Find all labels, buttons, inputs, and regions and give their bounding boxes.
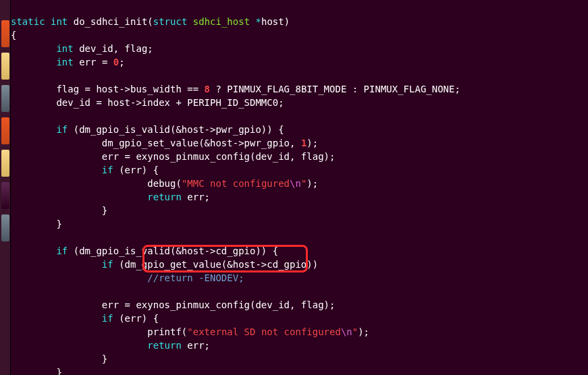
cond: (dm_gpio_is_valid(&host->pwr_gpio)) { (68, 124, 284, 135)
kw-int: int (51, 16, 68, 27)
var: dev_id (79, 43, 113, 54)
ptr: * (256, 16, 261, 27)
kw-return: return (147, 340, 182, 351)
txt: err; (182, 340, 210, 351)
kw-static: static (11, 16, 45, 27)
esc: \n (290, 178, 301, 189)
kw-if: if (102, 259, 113, 270)
num: 8 (205, 84, 210, 94)
call: dm_gpio_set_value(&host->pwr_gpio, (102, 138, 301, 148)
txt: ); (306, 138, 318, 148)
launcher-item[interactable] (1, 85, 9, 112)
txt: ); (306, 178, 318, 189)
kw-if: if (102, 165, 113, 175)
str: " (352, 326, 358, 337)
kw-int: int (56, 43, 73, 54)
kw-return: return (147, 192, 182, 202)
brace: } (102, 353, 107, 364)
str: "external SD not configured (187, 326, 341, 337)
txt: err; (182, 192, 210, 202)
brace: } (56, 367, 61, 375)
cond: (dm_gpio_is_valid(&host->cd_gpio)) { (68, 246, 278, 256)
esc: \n (341, 326, 352, 337)
eq: = (96, 57, 113, 67)
launcher-item[interactable] (1, 20, 9, 47)
txt: flag = host->bus_width == (56, 84, 204, 94)
cond: (err) { (113, 313, 159, 324)
param: host (261, 16, 284, 27)
cond: (err) { (113, 165, 159, 175)
var: err (79, 57, 96, 67)
txt: dev_id = host->index + PERIPH_ID_SDMMC0; (56, 97, 284, 108)
type: sdhci_host (193, 16, 250, 27)
txt: ); (358, 326, 369, 337)
txt: ? PINMUX_FLAG_8BIT_MODE : PINMUX_FLAG_NO… (210, 84, 460, 94)
launcher-item[interactable] (1, 214, 9, 241)
comment: //return -ENODEV; (147, 272, 244, 283)
txt: err = exynos_pinmux_config(dev_id, flag)… (102, 151, 336, 162)
kw-if: if (102, 313, 113, 324)
var: flag (125, 43, 148, 54)
cond: (dm_gpio_get_value(&host->cd_gpio)) (113, 259, 318, 270)
brace: } (102, 205, 107, 216)
launcher-item[interactable] (1, 53, 9, 80)
kw-struct: struct (153, 16, 188, 27)
kw-if: if (56, 124, 68, 135)
fn-call: debug( (147, 178, 182, 189)
kw-int: int (56, 57, 73, 67)
kw-if: if (56, 246, 68, 256)
launcher-item[interactable] (1, 117, 9, 144)
fn-call: printf( (147, 326, 187, 337)
launcher-item[interactable] (1, 182, 9, 209)
txt: err = exynos_pinmux_config(dev_id, flag)… (102, 299, 336, 310)
launcher-item[interactable] (1, 150, 9, 177)
fn-name: do_sdhci_init (74, 16, 148, 27)
brace: } (56, 219, 61, 229)
brace: { (11, 30, 16, 40)
launcher (0, 0, 11, 375)
code-editor[interactable]: static int do_sdhci_init(struct sdhci_ho… (11, 0, 588, 375)
str: "MMC not configured (182, 178, 290, 189)
num: 0 (113, 57, 119, 67)
